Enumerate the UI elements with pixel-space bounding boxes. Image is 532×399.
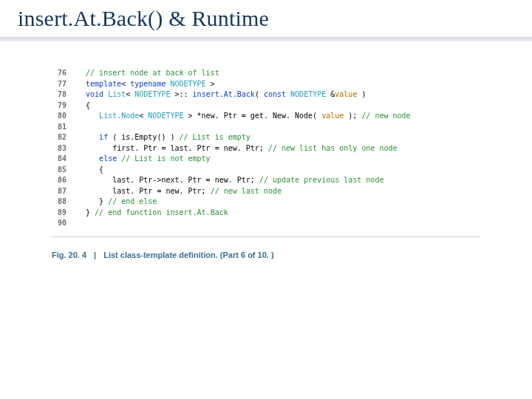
code-line: 78 void List< NODETYPE >:: insert.At.Bac… [58, 89, 474, 100]
title-underline [0, 37, 532, 41]
title-region: insert.At.Back() & Runtime [0, 0, 532, 35]
code-line: 80 List.Node< NODETYPE > *new. Ptr = get… [58, 111, 474, 122]
code-line: 84 else // List is not empty [58, 154, 474, 165]
code-line: 90 [58, 218, 474, 229]
code-line: 83 first. Ptr = last. Ptr = new. Ptr; //… [58, 143, 474, 154]
code-line: 77 template< typename NODETYPE > [58, 79, 474, 90]
code-content [77, 122, 474, 133]
code-line: 79 { [58, 100, 474, 112]
figure-caption: Fig. 20. 4 | List class-template definit… [52, 250, 480, 259]
line-number: 76 [58, 68, 77, 79]
code-content: { [77, 165, 474, 176]
code-content: } // end function insert.At.Back [77, 208, 474, 219]
line-number: 89 [58, 208, 77, 219]
code-line: 89 } // end function insert.At.Back [58, 208, 474, 219]
figure-text: List class-template definition. (Part 6 … [103, 250, 273, 259]
line-number: 84 [58, 154, 77, 165]
code-line: 81 [58, 122, 474, 133]
code-line: 86 last. Ptr->next. Ptr = new. Ptr; // u… [58, 175, 474, 186]
code-line: 85 { [58, 165, 474, 176]
code-listing: 76 // insert node at back of list77 temp… [52, 64, 480, 237]
code-line: 88 } // end else [58, 197, 474, 208]
line-number: 86 [58, 175, 77, 186]
line-number: 87 [58, 186, 77, 197]
code-line: 76 // insert node at back of list [58, 68, 474, 79]
page-title: insert.At.Back() & Runtime [18, 6, 514, 31]
code-content: { [77, 100, 474, 112]
line-number: 78 [58, 89, 77, 100]
code-content: if ( is.Empty() ) // List is empty [77, 132, 474, 143]
code-content: else // List is not empty [77, 154, 474, 165]
line-number: 83 [58, 143, 77, 154]
line-number: 80 [58, 111, 77, 122]
code-content: last. Ptr = new. Ptr; // new last node [77, 186, 474, 197]
figure-label: Fig. 20. 4 [52, 250, 86, 259]
code-line: 82 if ( is.Empty() ) // List is empty [58, 132, 474, 143]
code-content: } // end else [77, 197, 474, 208]
code-content: // insert node at back of list [77, 68, 474, 79]
line-number: 88 [58, 197, 77, 208]
code-content: void List< NODETYPE >:: insert.At.Back( … [77, 89, 474, 100]
code-line: 87 last. Ptr = new. Ptr; // new last nod… [58, 186, 474, 197]
code-content: template< typename NODETYPE > [77, 79, 474, 90]
caption-separator: | [94, 250, 96, 259]
line-number: 79 [58, 100, 77, 112]
line-number: 77 [58, 79, 77, 90]
code-content: first. Ptr = last. Ptr = new. Ptr; // ne… [77, 143, 474, 154]
code-content [77, 218, 474, 229]
code-content: last. Ptr->next. Ptr = new. Ptr; // upda… [77, 175, 474, 186]
line-number: 85 [58, 165, 77, 176]
line-number: 82 [58, 132, 77, 143]
code-content: List.Node< NODETYPE > *new. Ptr = get. N… [77, 111, 474, 122]
line-number: 90 [58, 218, 77, 229]
line-number: 81 [58, 122, 77, 133]
code-figure: 76 // insert node at back of list77 temp… [52, 64, 480, 237]
